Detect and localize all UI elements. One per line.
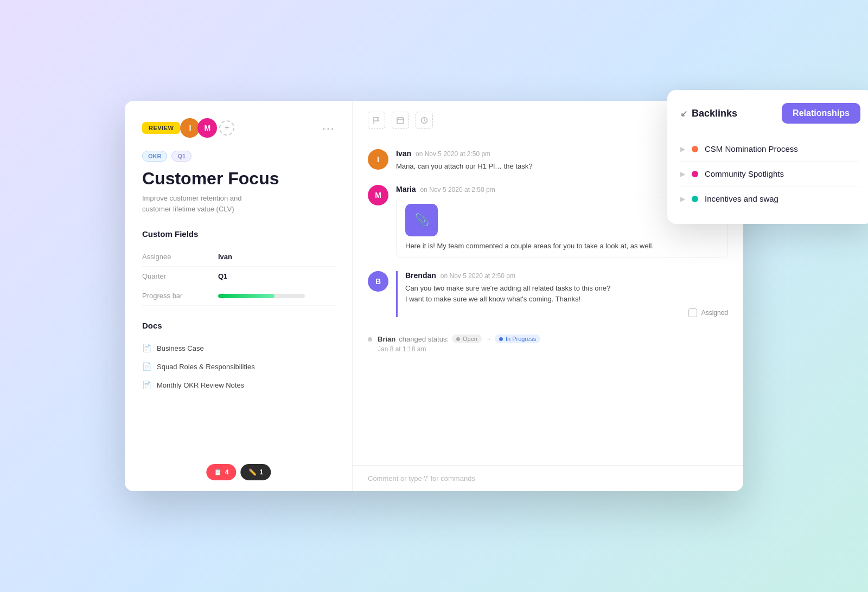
msg-time-brendan: on Nov 5 2020 at 2:50 pm	[441, 272, 515, 280]
right-panel: I Ivan on Nov 5 2020 at 2:50 pm Maria, c…	[353, 101, 743, 491]
msg-name-ivan: Ivan	[396, 149, 411, 158]
field-label-progress: Progress bar	[142, 292, 218, 300]
badge-edit-icon: ✏️	[248, 468, 257, 476]
doc-item-business-case[interactable]: 📄 Business Case	[142, 339, 335, 357]
field-assignee: Assignee Ivan	[142, 247, 335, 267]
field-value-quarter: Q1	[218, 272, 227, 280]
avatar-ivan: I	[180, 118, 200, 138]
docs-title: Docs	[142, 321, 335, 330]
assigned-checkbox[interactable]	[688, 308, 697, 317]
status-badge-open: Open	[452, 334, 482, 343]
msg-text-maria: Here it is! My team commented a couple a…	[405, 241, 719, 252]
status-change-user: Brian	[378, 335, 395, 343]
relationships-button[interactable]: Relationships	[782, 103, 860, 124]
doc-icon: 📄	[142, 362, 151, 371]
backlinks-title: ↙ Backlinks	[680, 108, 737, 119]
msg-text-brendan: Can you two make sure we're adding all r…	[405, 283, 728, 304]
avatar-brendan-msg: B	[368, 271, 388, 292]
tags-row: OKR Q1	[142, 151, 335, 162]
assigned-label: Assigned	[701, 309, 728, 317]
more-options-button[interactable]: ···	[322, 122, 335, 134]
msg-content-brendan: Brendan on Nov 5 2020 at 2:50 pm Can you…	[396, 271, 728, 317]
custom-fields-title: Custom Fields	[142, 229, 335, 239]
status-change-action: changed status:	[399, 335, 449, 343]
status-change-content: Brian changed status: Open → In Progress…	[378, 334, 540, 353]
back-arrow-icon[interactable]: ↙	[680, 108, 687, 119]
doc-label: Business Case	[157, 344, 204, 352]
badge-edits[interactable]: ✏️ 1	[241, 464, 271, 480]
avatar-maria-msg: M	[368, 185, 388, 205]
doc-subtitle: Improve customer retention andcustomer l…	[142, 193, 335, 214]
msg-name-brendan: Brendan	[405, 271, 436, 280]
badge-edit-count: 1	[260, 468, 264, 476]
backlinks-header: ↙ Backlinks Relationships	[680, 103, 860, 124]
avatar-ivan-msg: I	[368, 149, 388, 170]
backlink-dot-csm	[692, 146, 698, 152]
msg-header-brendan: Brendan on Nov 5 2020 at 2:50 pm	[405, 271, 728, 280]
review-badge[interactable]: REVIEW	[142, 122, 180, 134]
comment-placeholder: Comment or type '/' for commands	[368, 474, 475, 482]
arrow-icon: →	[485, 335, 492, 343]
status-badge-inprogress: In Progress	[495, 334, 540, 343]
doc-item-monthly-okr[interactable]: 📄 Monthly OKR Review Notes	[142, 376, 335, 394]
doc-label: Monthly OKR Review Notes	[157, 381, 244, 389]
field-quarter: Quarter Q1	[142, 267, 335, 286]
field-label-quarter: Quarter	[142, 272, 218, 280]
backlinks-list: ▶ CSM Nomination Process ▶ Community Spo…	[680, 137, 860, 211]
clock-icon-button[interactable]	[416, 112, 433, 129]
backlinks-title-text: Backlinks	[692, 108, 737, 119]
badge-notifications[interactable]: 📋 4	[206, 464, 237, 480]
progress-bar	[218, 294, 305, 298]
avatar-group: I M +	[180, 118, 234, 138]
backlink-label-community: Community Spotlights	[705, 169, 784, 178]
doc-icon: 📄	[142, 381, 151, 389]
bottom-badges: 📋 4 ✏️ 1	[206, 464, 271, 480]
calendar-icon-button[interactable]	[392, 112, 409, 129]
svg-rect-0	[397, 118, 404, 124]
left-panel: REVIEW I M + ··· OKR Q1 Customer Focus I…	[125, 101, 353, 491]
custom-fields-section: Custom Fields Assignee Ivan Quarter Q1 P…	[142, 229, 335, 306]
field-value-assignee: Ivan	[218, 253, 232, 261]
flag-icon-button[interactable]	[368, 112, 385, 129]
backlink-label-incentives: Incentives and swag	[705, 194, 778, 203]
status-dot-inprogress	[499, 337, 503, 341]
assigned-row: Assigned	[405, 308, 728, 317]
status-change-row: Brian changed status: Open → In Progress	[378, 334, 540, 343]
status-dot-open	[456, 337, 460, 341]
status-change: Brian changed status: Open → In Progress…	[368, 330, 728, 364]
backlink-dot-community	[692, 171, 698, 177]
doc-label: Squad Roles & Responsibilities	[157, 363, 255, 371]
msg-time-maria: on Nov 5 2020 at 2:50 pm	[420, 186, 495, 194]
backlink-item-incentives[interactable]: ▶ Incentives and swag	[680, 186, 860, 211]
badge-notification-icon: 📋	[214, 468, 222, 476]
badge-notification-count: 4	[225, 468, 229, 476]
chevron-right-icon: ▶	[680, 170, 685, 178]
progress-bar-fill	[218, 294, 275, 298]
status-change-dot	[368, 337, 372, 342]
field-progress: Progress bar	[142, 286, 335, 306]
field-label-assignee: Assignee	[142, 253, 218, 261]
msg-time-ivan: on Nov 5 2020 at 2:50 pm	[416, 150, 490, 158]
backlink-dot-incentives	[692, 196, 698, 202]
header-row: REVIEW I M + ···	[142, 118, 335, 138]
message-brendan: B Brendan on Nov 5 2020 at 2:50 pm Can y…	[368, 271, 728, 317]
status-change-date: Jan 8 at 1:18 am	[378, 345, 540, 353]
docs-section: Docs 📄 Business Case 📄 Squad Roles & Res…	[142, 321, 335, 394]
doc-icon: 📄	[142, 344, 151, 352]
backlink-item-community[interactable]: ▶ Community Spotlights	[680, 162, 860, 186]
comment-bar[interactable]: Comment or type '/' for commands	[353, 465, 743, 491]
backlink-item-csm[interactable]: ▶ CSM Nomination Process	[680, 137, 860, 162]
avatar-add-button[interactable]: +	[219, 120, 234, 136]
main-window: REVIEW I M + ··· OKR Q1 Customer Focus I…	[125, 101, 743, 491]
tag-q1[interactable]: Q1	[171, 151, 192, 162]
attachment-icon[interactable]: 📎	[405, 204, 438, 236]
chevron-right-icon: ▶	[680, 195, 685, 203]
msg-name-maria: Maria	[396, 185, 416, 194]
backlink-label-csm: CSM Nomination Process	[705, 144, 798, 153]
doc-title: Customer Focus	[142, 168, 335, 189]
chevron-right-icon: ▶	[680, 145, 685, 153]
doc-item-squad-roles[interactable]: 📄 Squad Roles & Responsibilities	[142, 357, 335, 376]
tag-okr[interactable]: OKR	[142, 151, 167, 162]
avatar-maria: M	[197, 118, 217, 138]
backlinks-popup: ↙ Backlinks Relationships ▶ CSM Nominati…	[667, 90, 868, 224]
